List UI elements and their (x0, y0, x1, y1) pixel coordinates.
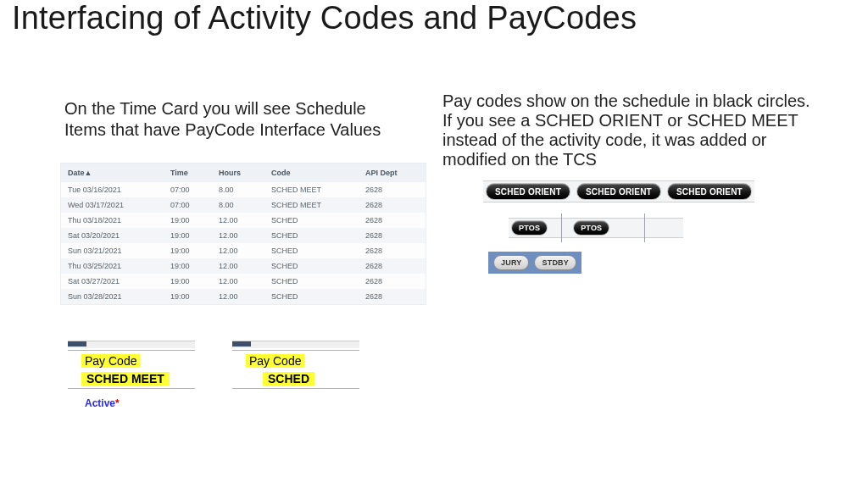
pill-row-ptos: PTOS PTOS (509, 218, 683, 238)
table-row: Thu 03/25/202119:0012.00SCHED2628 (61, 258, 426, 274)
paycode-label: Pay Code (81, 354, 140, 368)
schedule-pill[interactable]: PTOS (511, 220, 548, 236)
schedule-pill[interactable]: STDBY (534, 255, 576, 270)
grid-divider-icon (644, 214, 645, 242)
col-dept[interactable]: API Dept (359, 164, 426, 182)
active-link[interactable]: Active* (85, 397, 195, 409)
schedule-pill-area: SCHED ORIENT SCHED ORIENT SCHED ORIENT P… (483, 180, 754, 289)
table-row: Thu 03/18/202119:0012.00SCHED2628 (61, 213, 426, 228)
table-header-row: Date▲ Time Hours Code API Dept (61, 164, 426, 182)
left-paragraph: On the Time Card you will see Schedule I… (64, 98, 403, 141)
schedule-pill[interactable]: PTOS (573, 220, 609, 236)
col-code[interactable]: Code (264, 164, 359, 182)
paycode-snippet-2: Pay Code SCHED (232, 341, 359, 389)
table-row: Sun 03/21/202119:0012.00SCHED2628 (61, 243, 426, 258)
window-titlebar-fragment (232, 341, 359, 348)
right-paragraph: Pay codes show on the schedule in black … (442, 92, 820, 169)
timecard-table: Date▲ Time Hours Code API Dept Tue 03/16… (61, 164, 426, 304)
paycode-snippet-1: Pay Code SCHED MEET Active* (68, 341, 195, 409)
sort-asc-icon: ▲ (85, 169, 92, 177)
table-row: Sun 03/28/202119:0012.00SCHED2628 (61, 289, 426, 304)
paycode-value: SCHED MEET (81, 372, 170, 385)
table-row: Tue 03/16/202107:008.00SCHED MEET2628 (61, 182, 426, 197)
window-titlebar-fragment (68, 341, 195, 348)
schedule-pill[interactable]: JURY (493, 255, 529, 270)
schedule-pill[interactable]: SCHED ORIENT (486, 183, 570, 200)
pill-row-orient: SCHED ORIENT SCHED ORIENT SCHED ORIENT (483, 180, 754, 202)
col-time[interactable]: Time (164, 164, 212, 182)
required-asterisk-icon: * (115, 397, 120, 409)
schedule-pill[interactable]: SCHED ORIENT (576, 183, 661, 200)
table-row: Sat 03/27/202119:0012.00SCHED2628 (61, 274, 426, 289)
col-date[interactable]: Date▲ (61, 164, 164, 182)
page-title: Interfacing of Activity Codes and PayCod… (12, 0, 637, 36)
paycode-label: Pay Code (246, 354, 304, 368)
table-row: Sat 03/20/202119:0012.00SCHED2628 (61, 228, 426, 243)
col-hours[interactable]: Hours (212, 164, 264, 182)
paycode-value: SCHED (263, 372, 314, 385)
table-row: Wed 03/17/202107:008.00SCHED MEET2628 (61, 197, 426, 213)
schedule-pill[interactable]: SCHED ORIENT (667, 183, 752, 200)
pill-row-jury: JURY STDBY (488, 252, 581, 274)
grid-divider-icon (561, 214, 562, 242)
